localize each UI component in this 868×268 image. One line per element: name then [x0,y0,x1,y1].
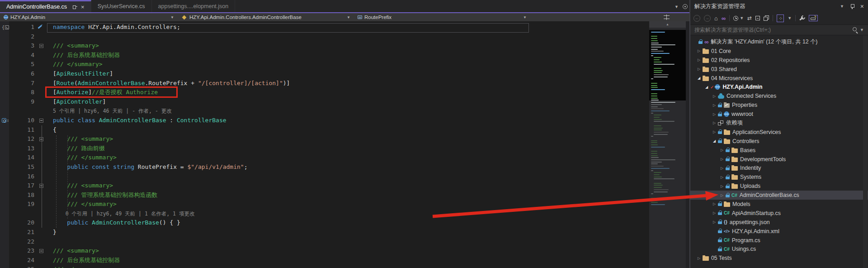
fold-collapse-icon[interactable] [39,249,43,253]
tree-item-connected-services[interactable]: ▷Connected Services [690,91,868,100]
code-row[interactable]: 3/// <summary> [0,41,646,51]
search-icon[interactable] [853,27,858,33]
tree-item-05-tests[interactable]: ▷05 Tests [690,254,868,263]
chevron-collapsed-icon[interactable]: ▷ [711,103,718,107]
window-position-dropdown-icon[interactable]: ▼ [840,4,844,9]
tab-appsettings-elopment-json[interactable]: appsettings....elopment.json [152,0,236,12]
code-row[interactable]: 11{ [0,125,646,135]
tree-item-models[interactable]: ▷Models [690,200,868,209]
tree-item-indentity[interactable]: ▷Indentity [690,163,868,172]
chevron-collapsed-icon[interactable]: ▷ [718,157,726,161]
chevron-down-icon[interactable]: ▼ [347,15,350,19]
tree-item-bases[interactable]: ▷Bases [690,146,868,155]
pin-tab-icon[interactable] [72,5,77,10]
breadcrumb-class[interactable]: HZY.Api.Admin.Controllers.AdminControlle… [178,13,354,21]
split-editor-icon[interactable] [664,14,670,20]
chevron-collapsed-icon[interactable]: ▷ [695,58,703,62]
tree-item-01-core[interactable]: ▷01 Core [690,47,868,56]
tree-item-usings-cs[interactable]: Usings.cs [690,244,868,254]
tree-item-applicationservices[interactable]: ▷ApplicationServices [690,128,868,137]
forward-button[interactable]: → [704,15,711,22]
chevron-collapsed-icon[interactable]: ▷ [711,121,718,125]
chevron-collapsed-icon[interactable]: ▷ [695,256,703,260]
chevron-collapsed-icon[interactable]: ▷ [711,112,718,116]
close-panel-icon[interactable]: × [860,3,864,10]
chevron-collapsed-icon[interactable]: ▷ [711,211,718,215]
breadcrumb-project[interactable]: HZY.Api.Admin ▼ [0,13,178,21]
preview-button[interactable] [764,15,769,21]
codelens-row[interactable]: 5 个引用 | hzy6, 46 天前 | - 作者, - 更改 [0,106,646,116]
code-row[interactable]: 18 /// 管理系统基础控制器构造函数 [0,191,646,200]
code-row[interactable]: 25/// </summary> [0,265,646,268]
chevron-collapsed-icon[interactable]: ▷ [718,175,726,179]
gear-icon[interactable] [683,4,688,9]
chevron-expanded-icon[interactable]: ◢ [695,76,703,80]
chevron-down-icon[interactable]: ▼ [523,15,527,19]
pending-changes-filter-button[interactable]: ▼ [733,16,744,21]
code-editor[interactable]: {1namespace HZY.Api.Admin.Controllers;23… [0,21,690,268]
code-row[interactable]: 23/// <summary> [0,246,646,256]
editor-scrollbar[interactable] [686,21,689,268]
tree-item-hzy-api-admin[interactable]: ◢✓HZY.Api.Admin [690,82,868,91]
sync-with-active-document-button[interactable]: ⇄ [747,15,752,21]
fold-collapse-icon[interactable] [39,119,43,123]
tree-item-03-shared[interactable]: ▷03 Shared [690,65,868,74]
code-row[interactable]: 2 [0,32,646,42]
back-button[interactable]: ← [693,15,700,22]
collapse-all-button[interactable] [755,16,760,20]
code-row[interactable]: ↕10public class AdminControllerBase : Co… [0,116,646,125]
tree-item-wwwroot[interactable]: ▷wwwroot [690,110,868,119]
code-row[interactable]: 22 [0,237,646,247]
fold-collapse-icon[interactable] [39,44,43,48]
breadcrumb-member[interactable]: RoutePrefix ▼ [354,13,530,21]
code-row[interactable]: 15 public const string RoutePrefix = $"/… [0,163,646,172]
code-row[interactable]: 13 /// 路由前缀 [0,144,646,153]
chevron-collapsed-icon[interactable]: ▷ [711,94,718,98]
code-row[interactable]: 12 /// <summary> [0,134,646,144]
chevron-collapsed-icon[interactable]: ▷ [711,130,718,134]
code-row[interactable]: 19 /// </summary> [0,200,646,209]
search-options-dropdown-icon[interactable]: ▼ [860,28,864,32]
chevron-down-icon[interactable]: ▼ [788,16,792,20]
close-tab-icon[interactable]: × [81,4,85,10]
tree-item-properties[interactable]: ▷Properties [690,100,868,110]
tree-item-apiadminstartup-cs[interactable]: ▷ApiAdminStartup.cs [690,209,868,218]
chevron-collapsed-icon[interactable]: ▷ [695,49,703,53]
tree-item-hzy-api-admin-xml[interactable]: HZY.Api.Admin.xml [690,227,868,236]
chevron-down-icon[interactable]: ▼ [170,15,174,19]
code-row[interactable]: 5/// </summary> [0,60,646,69]
chevron-collapsed-icon[interactable]: ▷ [718,184,726,188]
tree-item-解决方案-hzy-admin-12-个项目-共-12-个-[interactable]: ∞解决方案 'HZY.Admin' (12 个项目, 共 12 个) [690,38,868,47]
minimap[interactable] [649,28,686,268]
tree-item-appsettings-json[interactable]: ▷appsettings.json [690,218,868,227]
code-row[interactable]: 16 [0,172,646,182]
minimap-collapse-button[interactable]: ▲ [649,21,686,28]
code-row[interactable]: 24/// 后台系统基础控制器 [0,256,646,265]
chevron-collapsed-icon[interactable]: ▷ [718,166,726,170]
tree-item-依赖项[interactable]: ▷依赖项 [690,119,868,128]
tree-item-developmenttools[interactable]: ▷DevelopmentTools [690,155,868,164]
code-row[interactable]: 6[ApiResultFilter] [0,69,646,79]
chevron-collapsed-icon[interactable]: ▷ [718,148,726,152]
tree-item-02-repositories[interactable]: ▷02 Repositories [690,56,868,65]
solution-search-input[interactable] [694,27,853,33]
code-row[interactable]: 21} [0,228,646,237]
preview-selected-items-toggle[interactable] [809,15,818,21]
document-list-dropdown-icon[interactable]: ▼ [675,5,679,9]
chevron-expanded-icon[interactable]: ◢ [711,139,718,143]
tree-item-program-cs[interactable]: Program.cs [690,236,868,245]
properties-button[interactable] [799,15,805,21]
code-row[interactable]: 9[ApiController] [0,97,646,107]
tree-item-systems[interactable]: ▷Systems [690,172,868,182]
tree-item-admincontrollerbase-cs[interactable]: ▷AdminControllerBase.cs [690,191,868,200]
tree-scrollbar[interactable] [863,35,868,268]
chevron-expanded-icon[interactable]: ◢ [703,85,710,89]
tab-sysuserservice-cs[interactable]: SysUserService.cs [91,0,152,12]
code-row[interactable]: 20 public AdminControllerBase() { } [0,218,646,228]
codelens-row[interactable]: 0 个引用 | hzy6, 49 天前 | 1 名作者, 1 项更改 [0,209,646,219]
code-row[interactable]: 14 /// </summary> [0,153,646,163]
tree-item-uploads[interactable]: ▷Uploads [690,182,868,191]
code-row[interactable]: 4/// 后台系统基础控制器 [0,51,646,60]
chevron-collapsed-icon[interactable]: ▷ [711,220,718,224]
chevron-collapsed-icon[interactable]: ▷ [718,193,726,197]
